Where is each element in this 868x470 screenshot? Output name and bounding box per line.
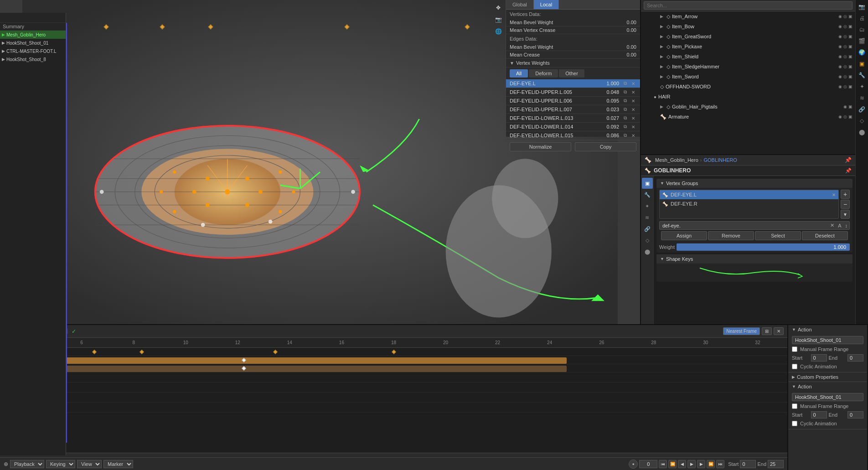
action-end-input-2[interactable] — [847, 411, 863, 418]
action-section-header-1[interactable]: ▼ Action — [788, 325, 867, 334]
nearest-frame-btn[interactable]: Nearest Frame — [723, 327, 760, 335]
tree-item[interactable]: ▶ ◇ Goblin_Hair_Pigtails ◉ ▣ — [641, 102, 855, 112]
remove-icon[interactable]: ✕ — [630, 115, 636, 121]
material-icon[interactable]: ⬤ — [857, 127, 867, 137]
prop-tab-constraints[interactable]: 🔗 — [642, 223, 653, 234]
channel-item[interactable]: ▶ HookShot_Shoot_8 — [0, 55, 66, 63]
tree-item[interactable]: ▶ ◇ Item_Sword ◉ ◎ ▣ — [641, 72, 855, 82]
tree-item[interactable]: ▶ ◇ Item_SledgeHammer ◉ ◎ ▣ — [641, 62, 855, 72]
current-frame-input[interactable] — [639, 460, 657, 468]
manual-frame-range-checkbox-2[interactable] — [792, 403, 797, 409]
view-layer-icon[interactable]: 🗂 — [857, 25, 867, 35]
vg-prop-item[interactable]: 🦴 DEF-EYE.R — [660, 199, 838, 208]
output-icon[interactable]: 🖨 — [857, 13, 867, 23]
list-item[interactable]: DEF-EYELID-UPPER.L.005 0.048 ⧉ ✕ — [506, 88, 640, 97]
copy-icon[interactable]: ⧉ — [622, 124, 628, 130]
remove-icon[interactable]: ✕ — [630, 89, 636, 95]
list-item[interactable]: DEF-EYELID-LOWER.L.014 0.092 ⧉ ✕ — [506, 123, 640, 131]
vw-tab-deform[interactable]: Deform — [529, 69, 558, 77]
render-icon[interactable]: 📷 — [857, 2, 867, 12]
particles-icon[interactable]: ✦ — [857, 82, 867, 92]
prev-frame-btn[interactable]: ◀ — [678, 460, 686, 468]
physics-icon[interactable]: ≋ — [857, 93, 867, 103]
remove-icon[interactable]: ✕ — [630, 106, 636, 113]
vw-tab-other[interactable]: Other — [559, 69, 584, 77]
tree-item[interactable]: ▶ ◇ Item_Bow ◉ ◎ ▣ — [641, 21, 855, 31]
nla-strip[interactable] — [0, 357, 567, 364]
next-frame-btn[interactable]: ▶ — [697, 460, 705, 468]
action-end-input[interactable] — [847, 354, 863, 362]
constraints-icon[interactable]: 🔗 — [857, 104, 867, 114]
cyclic-animation-checkbox-2[interactable] — [792, 421, 797, 426]
list-item[interactable]: DEF-EYELID-LOWER.L.015 0.086 ⧉ ✕ — [506, 131, 640, 140]
remove-vg-btn[interactable]: − — [841, 200, 850, 209]
channel-item[interactable]: ▶ Mesh_Goblin_Hero — [0, 31, 66, 39]
marker-dropdown[interactable]: Marker — [103, 460, 133, 468]
tree-item[interactable]: ▶ ◇ Item_Arrow ◉ ◎ ▣ — [641, 11, 855, 21]
vertex-groups-header[interactable]: ▼ Vertex Groups — [656, 179, 852, 188]
vg-sort-icon[interactable]: ↕ — [843, 222, 850, 229]
camera-icon[interactable]: 📷 — [493, 15, 503, 25]
tree-item[interactable]: ▶ ◇ Item_Pickaxe ◉ ◎ ▣ — [641, 41, 855, 52]
custom-props-header[interactable]: ▶ Custom Properties — [788, 372, 867, 382]
next-keyframe-btn[interactable]: ⏩ — [707, 460, 715, 468]
tree-item[interactable]: ▶ ◇ Item_Shield ◉ ◎ ▣ — [641, 52, 855, 62]
frame-indicator[interactable]: ● — [629, 460, 638, 469]
deselect-btn[interactable]: Deselect — [802, 231, 848, 240]
outliner-search-input[interactable] — [644, 1, 852, 10]
vw-tab-all[interactable]: All — [510, 69, 528, 77]
cyclic-animation-checkbox[interactable] — [792, 364, 797, 369]
prop-tab-materials[interactable]: ⬤ — [642, 246, 653, 257]
remove-btn[interactable]: Remove — [708, 231, 754, 240]
copy-icon[interactable]: ⧉ — [622, 80, 628, 87]
object-pin-icon[interactable]: 📌 — [845, 168, 852, 174]
close-tl-btn[interactable]: ✕ — [774, 327, 784, 335]
action-name-btn[interactable]: HookShot_Shoot_01 — [792, 336, 863, 344]
tree-item[interactable]: 🦴 Armature ◉ ◎ ▣ — [641, 112, 855, 122]
copy-icon[interactable]: ⧉ — [622, 132, 628, 139]
modifier-icon[interactable]: 🔧 — [857, 70, 867, 80]
prop-tab-object[interactable]: ▣ — [642, 178, 653, 189]
world-icon[interactable]: 🌍 — [857, 47, 867, 57]
pin-icon[interactable]: 📌 — [845, 157, 852, 163]
end-frame-input[interactable] — [768, 460, 784, 468]
keying-dropdown[interactable]: Keying — [46, 460, 75, 468]
sync-btn[interactable]: ⊞ — [762, 327, 772, 335]
channel-item[interactable]: ▶ HookShot_Shoot_01 — [0, 39, 66, 47]
remove-icon[interactable]: ✕ — [630, 124, 636, 130]
assign-btn[interactable]: Assign — [661, 231, 707, 240]
channel-item[interactable]: ▶ CTRL-MASTER-FOOT.L — [0, 47, 66, 55]
jump-start-btn[interactable]: ⏮ — [659, 460, 667, 468]
select-btn[interactable]: Select — [755, 231, 801, 240]
vg-search-input[interactable] — [660, 222, 828, 229]
jump-end-btn[interactable]: ⏭ — [716, 460, 724, 468]
action-section-header-2[interactable]: ▼ Action — [788, 382, 867, 391]
vg-clear-search-btn[interactable]: ✕ — [828, 222, 836, 229]
remove-icon[interactable]: ✕ — [630, 80, 636, 87]
viewport-3d[interactable]: Global Local Vertices Data: Mean Bevel W… — [0, 0, 640, 324]
copy-btn[interactable]: Copy — [575, 142, 636, 151]
globe-icon[interactable]: 🌐 — [493, 26, 503, 36]
list-item[interactable]: DEF-EYELID-UPPER.L.007 0.023 ⧉ ✕ — [506, 105, 640, 114]
prop-tab-object-data[interactable]: ◇ — [642, 235, 653, 246]
copy-icon[interactable]: ⧉ — [622, 98, 628, 104]
prop-tab-physics[interactable]: ≋ — [642, 212, 653, 223]
normalize-btn[interactable]: Normalize — [510, 142, 571, 151]
tree-item[interactable]: ● HAIR — [641, 92, 855, 102]
nla-strip[interactable] — [0, 366, 567, 372]
local-tab[interactable]: Local — [534, 0, 559, 9]
manual-frame-range-checkbox[interactable] — [792, 346, 797, 352]
prev-keyframe-btn[interactable]: ⏪ — [668, 460, 677, 468]
cursor-icon[interactable]: ✥ — [493, 3, 503, 13]
remove-icon[interactable]: ✕ — [630, 132, 636, 139]
object-icon[interactable]: ▣ — [857, 59, 867, 69]
copy-icon[interactable]: ⧉ — [622, 106, 628, 113]
tree-item[interactable]: ◇ OFFHAND-SWORD ◉ ◎ ▣ — [641, 82, 855, 92]
start-frame-input[interactable] — [740, 460, 756, 468]
playback-dropdown[interactable]: Playback — [10, 460, 44, 468]
list-item[interactable]: DEF-EYELID-LOWER.L.013 0.027 ⧉ ✕ — [506, 114, 640, 123]
action-start-input-2[interactable] — [811, 411, 827, 418]
remove-icon[interactable]: ✕ — [630, 98, 636, 104]
timeline-scrollbar[interactable] — [0, 453, 787, 457]
action-name-btn-2[interactable]: HookShot_Shoot_01 — [792, 393, 863, 401]
